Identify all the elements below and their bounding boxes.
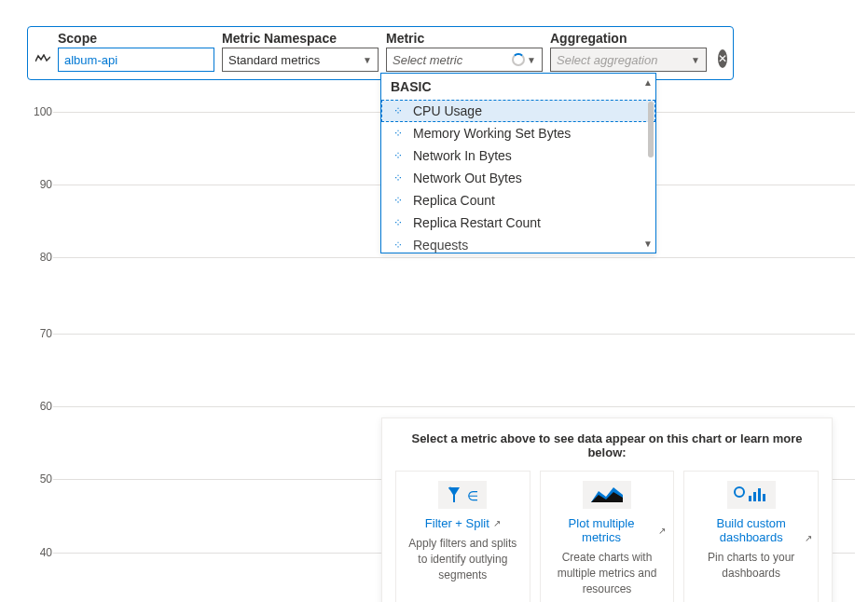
- y-tick-label: 90: [30, 178, 52, 191]
- dropdown-item-label: Network Out Bytes: [413, 171, 522, 185]
- scroll-up-icon[interactable]: ▲: [643, 77, 653, 88]
- area-chart-icon: [583, 481, 631, 509]
- dropdown-item-network-in[interactable]: ⁘ Network In Bytes: [381, 144, 655, 167]
- metric-icon: ⁘: [391, 149, 406, 162]
- card-link: Filter + Split ↗: [425, 516, 501, 530]
- dropdown-item-requests[interactable]: ⁘ Requests: [381, 234, 655, 253]
- loading-spinner-icon: [512, 53, 525, 66]
- external-link-icon: ↗: [658, 526, 666, 536]
- dropdown-item-network-out[interactable]: ⁘ Network Out Bytes: [381, 167, 655, 189]
- scope-value: album-api: [64, 53, 117, 67]
- metric-icon: ⁘: [391, 171, 406, 185]
- card-link: Build custom dashboards: [692, 516, 810, 544]
- scope-label: Scope: [58, 31, 214, 46]
- card-desc: Create charts with multiple metrics and …: [548, 550, 667, 596]
- dropdown-item-label: Network In Bytes: [413, 148, 512, 163]
- close-icon[interactable]: ✕: [718, 49, 727, 68]
- dropdown-item-label: Replica Restart Count: [413, 215, 541, 230]
- card-desc: Pin charts to your dashboards: [692, 550, 810, 581]
- dropdown-item-memory[interactable]: ⁘ Memory Working Set Bytes: [381, 122, 655, 144]
- dropdown-list: ⁘ CPU Usage ⁘ Memory Working Set Bytes ⁘…: [381, 100, 655, 253]
- gridline: [53, 257, 855, 258]
- dashboard-icon: [727, 481, 776, 509]
- chevron-down-icon: ▼: [527, 55, 536, 65]
- metric-placeholder: Select metric: [393, 53, 462, 67]
- chevron-down-icon: ▼: [363, 55, 372, 65]
- svg-rect-6: [749, 496, 751, 501]
- scope-select[interactable]: album-api: [58, 48, 214, 72]
- svg-rect-8: [758, 488, 761, 501]
- card-desc: Apply filters and splits to identify out…: [404, 536, 522, 582]
- external-link-icon: ↗: [493, 518, 501, 528]
- namespace-label: Metric Namespace: [222, 31, 379, 46]
- scope-field: Scope album-api: [58, 31, 214, 72]
- gridline: [53, 334, 855, 335]
- svg-point-5: [735, 487, 744, 497]
- namespace-field: Metric Namespace Standard metrics ▼: [222, 31, 379, 72]
- filter-split-icon: ∈: [438, 481, 487, 509]
- aggregation-select[interactable]: Select aggregation ▼: [550, 48, 707, 72]
- svg-rect-9: [763, 494, 765, 501]
- sparkline-icon: [35, 51, 50, 66]
- card-dashboards[interactable]: Build custom dashboards ↗ Pin charts to …: [683, 471, 819, 602]
- svg-point-2: [449, 487, 452, 490]
- metric-icon: ⁘: [391, 216, 406, 229]
- metric-icon: ⁘: [391, 239, 406, 252]
- aggregation-placeholder: Select aggregation: [557, 53, 657, 67]
- y-tick-label: 60: [30, 400, 52, 413]
- dropdown-item-replica-restart[interactable]: ⁘ Replica Restart Count: [381, 212, 655, 234]
- chevron-down-icon: ▼: [691, 55, 700, 65]
- metric-icon: ⁘: [391, 104, 406, 117]
- metric-icon: ⁘: [391, 127, 406, 140]
- metric-dropdown: ▲ BASIC ⁘ CPU Usage ⁘ Memory Working Set…: [380, 73, 656, 253]
- dropdown-item-label: Requests: [413, 238, 468, 253]
- metric-field: Metric Select metric ▼: [386, 31, 543, 72]
- namespace-value: Standard metrics: [228, 53, 320, 67]
- card-filter-split[interactable]: ∈ Filter + Split ↗ Apply filters and spl…: [395, 471, 530, 602]
- y-tick-label: 70: [30, 327, 52, 340]
- dropdown-item-label: Replica Count: [413, 193, 495, 208]
- card-link: Plot multiple metrics ↗: [548, 516, 667, 544]
- svg-rect-7: [753, 492, 756, 501]
- dropdown-group-header: BASIC: [381, 74, 655, 100]
- dropdown-item-label: Memory Working Set Bytes: [413, 126, 571, 141]
- namespace-select[interactable]: Standard metrics ▼: [222, 48, 379, 72]
- help-cards: ∈ Filter + Split ↗ Apply filters and spl…: [395, 471, 819, 602]
- scroll-down-icon[interactable]: ▼: [643, 239, 653, 249]
- dropdown-item-replica-count[interactable]: ⁘ Replica Count: [381, 189, 655, 212]
- y-tick-label: 80: [30, 251, 52, 264]
- metric-label: Metric: [386, 31, 543, 46]
- card-plot-multiple[interactable]: Plot multiple metrics ↗ Create charts wi…: [540, 471, 675, 602]
- metric-select[interactable]: Select metric ▼: [386, 48, 543, 72]
- y-tick-label: 40: [30, 546, 52, 559]
- y-tick-label: 50: [30, 472, 52, 486]
- external-link-icon: ↗: [805, 533, 812, 543]
- aggregation-field: Aggregation Select aggregation ▼: [550, 31, 707, 72]
- dropdown-item-label: CPU Usage: [413, 103, 482, 118]
- dropdown-scrollbar[interactable]: [648, 102, 654, 157]
- help-panel: Select a metric above to see data appear…: [381, 417, 833, 602]
- aggregation-label: Aggregation: [550, 31, 707, 46]
- help-title: Select a metric above to see data appear…: [395, 431, 819, 459]
- metric-icon: ⁘: [391, 194, 406, 207]
- dropdown-item-cpu-usage[interactable]: ⁘ CPU Usage: [381, 100, 655, 122]
- svg-text:∈: ∈: [467, 488, 478, 503]
- gridline: [53, 406, 855, 407]
- y-tick-label: 100: [30, 105, 52, 118]
